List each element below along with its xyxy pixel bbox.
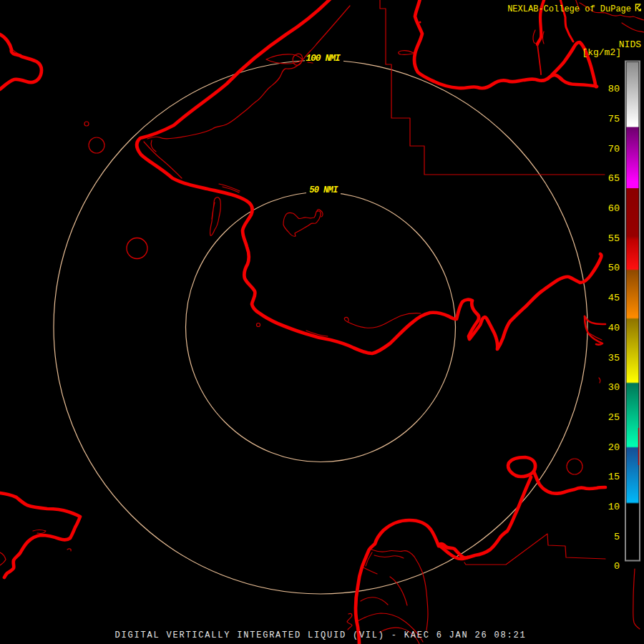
svg-text:35: 35 bbox=[608, 353, 620, 364]
svg-text:15: 15 bbox=[608, 472, 620, 482]
svg-text:80: 80 bbox=[608, 84, 620, 94]
svg-text:100 NMI: 100 NMI bbox=[306, 53, 341, 64]
svg-text:10: 10 bbox=[608, 502, 620, 512]
svg-text:NEXLAB-College of DuPage: NEXLAB-College of DuPage bbox=[507, 4, 631, 14]
svg-text:DIGITAL VERTICALLY INTEGRATED: DIGITAL VERTICALLY INTEGRATED LIQUID (VI… bbox=[115, 630, 527, 640]
svg-text:45: 45 bbox=[608, 293, 620, 303]
svg-text:40: 40 bbox=[608, 323, 620, 333]
svg-text:60: 60 bbox=[608, 203, 620, 214]
svg-text:0: 0 bbox=[614, 561, 620, 572]
svg-text:50 NMI: 50 NMI bbox=[309, 185, 338, 195]
svg-text:20: 20 bbox=[608, 442, 620, 453]
svg-text:5: 5 bbox=[614, 532, 620, 542]
svg-text:[kg/m2]: [kg/m2] bbox=[582, 47, 621, 58]
svg-text:50: 50 bbox=[608, 263, 620, 273]
svg-text:NIDS: NIDS bbox=[619, 39, 641, 50]
svg-text:65: 65 bbox=[608, 173, 620, 184]
svg-text:75: 75 bbox=[608, 114, 620, 125]
svg-text:55: 55 bbox=[608, 233, 620, 244]
svg-text:70: 70 bbox=[608, 144, 620, 155]
svg-text:25: 25 bbox=[608, 412, 620, 423]
svg-text:30: 30 bbox=[608, 382, 620, 393]
